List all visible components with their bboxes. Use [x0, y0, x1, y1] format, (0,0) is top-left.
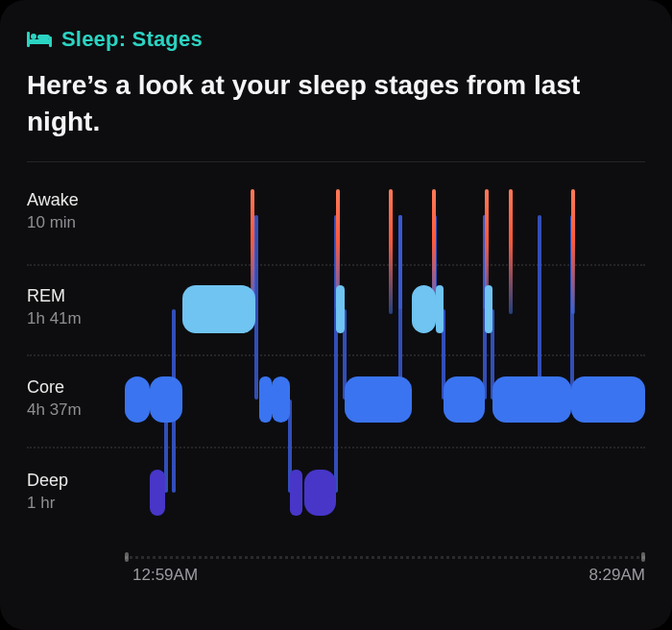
stage-segment-core: [272, 376, 290, 423]
stage-name: REM: [27, 285, 82, 307]
axis-label-start: 12:59AM: [132, 566, 198, 585]
stage-segment-rem: [182, 285, 255, 333]
stage-duration: 1 hr: [27, 493, 68, 513]
stage-segment-core: [492, 376, 571, 423]
stage-segment-core: [125, 376, 150, 423]
headline-text: Here’s a look at your sleep stages from …: [27, 67, 645, 140]
stage-segment-rem: [436, 285, 444, 333]
svg-rect-4: [37, 35, 50, 39]
stage-duration: 4h 37m: [27, 400, 82, 420]
stage-segment-rem: [336, 285, 344, 333]
card-title: Sleep: Stages: [61, 27, 203, 52]
axis-label-end: 8:29AM: [588, 566, 645, 585]
stage-segment-core: [150, 376, 182, 423]
sleep-stages-card: Sleep: Stages Here’s a look at your slee…: [0, 0, 672, 630]
plot-area: [125, 189, 645, 546]
stage-duration: 1h 41m: [27, 308, 82, 328]
card-header: Sleep: Stages: [27, 27, 645, 52]
stage-label-rem: REM 1h 41m: [27, 285, 82, 329]
stage-segment-core: [259, 376, 272, 423]
svg-point-3: [31, 34, 36, 39]
stage-name: Core: [27, 376, 82, 399]
stage-segment-awake: [509, 189, 513, 314]
stage-label-awake: Awake 10 min: [27, 189, 79, 233]
stage-label-core: Core 4h 37m: [27, 376, 82, 421]
axis-tick-end: [641, 552, 645, 562]
svg-rect-2: [27, 39, 52, 44]
bed-icon: [27, 30, 52, 49]
stage-segment-core: [444, 376, 484, 423]
header-divider: [27, 161, 645, 162]
stage-segment-rem: [485, 285, 492, 333]
axis-dots: [125, 556, 645, 559]
sleep-chart: Awake 10 min REM 1h 41m Core 4h 37m Deep: [27, 189, 645, 591]
stage-segment-deep: [304, 470, 337, 516]
stage-name: Awake: [27, 189, 79, 211]
time-axis: 12:59AM 8:29AM: [27, 552, 645, 591]
stage-duration: 10 min: [27, 212, 79, 232]
stage-segment-core: [345, 376, 412, 423]
stage-label-deep: Deep 1 hr: [27, 470, 68, 514]
stage-segment-awake: [389, 189, 393, 314]
axis-tick-start: [125, 552, 129, 562]
stage-segment-deep: [290, 470, 302, 516]
stage-connector: [538, 215, 541, 400]
stage-segment-deep: [150, 470, 165, 516]
stage-name: Deep: [27, 470, 68, 492]
stage-connector: [398, 215, 402, 309]
stage-segment-rem: [412, 285, 436, 333]
stage-segment-awake: [571, 189, 575, 314]
stage-segment-core: [571, 376, 645, 423]
